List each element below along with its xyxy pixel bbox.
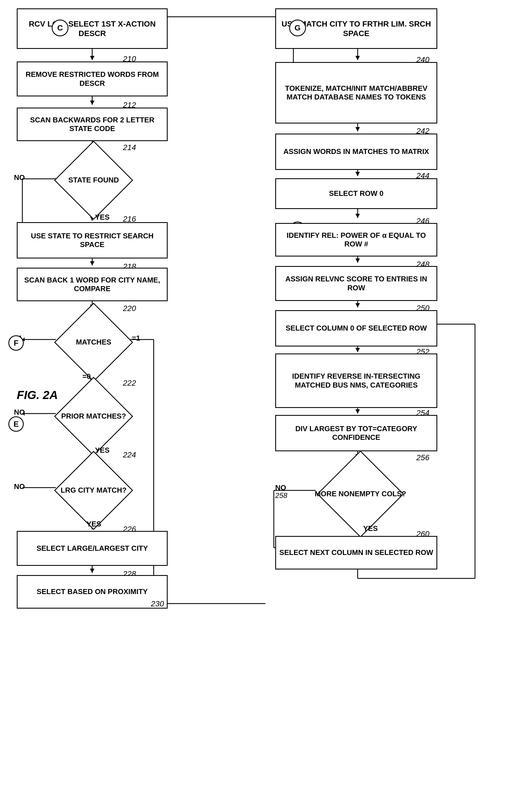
- diamond-prior-matches: PRIOR MATCHES?: [42, 384, 145, 449]
- svg-marker-3: [90, 101, 94, 105]
- label-yes-lrg: YES: [87, 520, 101, 528]
- label-yes-cols: YES: [363, 524, 378, 533]
- label-no-258: NO: [275, 483, 286, 492]
- step-258: 258: [275, 491, 287, 500]
- label-no-lrg: NO: [14, 482, 25, 491]
- svg-marker-28: [90, 569, 94, 573]
- svg-marker-1: [90, 56, 94, 60]
- connector-E: E: [8, 416, 24, 432]
- box-use-state: USE STATE TO RESTRICT SEARCH SPACE: [17, 222, 168, 259]
- step-230: 230: [151, 599, 164, 608]
- diamond-matches: MATCHES: [42, 309, 145, 376]
- svg-marker-43: [356, 348, 360, 352]
- label-yes-state: YES: [95, 213, 110, 222]
- diamond-lrg-city: LRG CITY MATCH?: [42, 457, 145, 524]
- box-remove-restricted: REMOVE RESTRICTED WORDS FROM DESCR: [17, 61, 168, 96]
- box-identify-reverse: IDENTIFY REVERSE IN-TERSECTING MATCHED B…: [275, 354, 437, 408]
- box-assign-words: ASSIGN WORDS IN MATCHES TO MATRIX: [275, 134, 437, 170]
- svg-marker-35: [356, 172, 360, 176]
- box-select-row0: SELECT ROW 0: [275, 178, 437, 209]
- label-eq0: =0: [82, 372, 91, 381]
- box-scan-back-1: SCAN BACK 1 WORD FOR CITY NAME, COMPARE: [17, 268, 168, 301]
- connector-F: F: [8, 335, 24, 351]
- box-assign-relvnc: ASSIGN RELVNC SCORE TO ENTRIES IN ROW: [275, 266, 437, 301]
- box-select-proximity: SELECT BASED ON PROXIMITY: [17, 575, 168, 609]
- step-256: 256: [416, 453, 430, 462]
- box-select-next-col: SELECT NEXT COLUMN IN SELECTED ROW: [275, 536, 437, 570]
- connector-G: G: [289, 20, 306, 36]
- box-tokenize: TOKENIZE, MATCH/INIT MATCH/ABBREV MATCH …: [275, 62, 437, 123]
- label-eq1: =1: [132, 334, 140, 343]
- flowchart-diagram: RCV LOC, SELECT 1ST X-ACTION DESCR C 210…: [0, 0, 532, 800]
- diamond-more-cols: MORE NONEMPTY COLS?: [307, 458, 414, 530]
- svg-marker-31: [356, 56, 360, 60]
- box-select-large-city: SELECT LARGE/LARGEST CITY: [17, 531, 168, 566]
- svg-marker-39: [356, 259, 360, 263]
- svg-marker-12: [90, 261, 94, 265]
- svg-marker-37: [356, 214, 360, 218]
- box-select-col0: SELECT COLUMN 0 OF SELECTED ROW: [275, 310, 437, 346]
- box-scan-backwards: SCAN BACKWARDS FOR 2 LETTER STATE CODE: [17, 108, 168, 141]
- diamond-state-found: STATE FOUND: [42, 148, 145, 212]
- label-no-prior: NO: [14, 408, 25, 417]
- svg-marker-45: [356, 409, 360, 414]
- box-rcv-loc: RCV LOC, SELECT 1ST X-ACTION DESCR: [17, 8, 168, 49]
- connector-C: C: [52, 20, 69, 36]
- svg-marker-41: [356, 303, 360, 307]
- label-yes-prior: YES: [95, 446, 110, 455]
- svg-marker-33: [356, 127, 360, 131]
- box-div-largest: DIV LARGEST BY TOT=CATEGORY CONFIDENCE: [275, 415, 437, 451]
- box-identify-rel: IDENTIFY REL: POWER OF α EQUAL TO ROW #: [275, 223, 437, 256]
- label-no-state: NO: [14, 173, 25, 182]
